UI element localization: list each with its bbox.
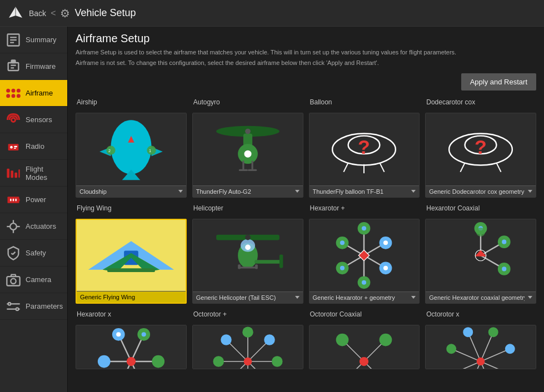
svg-rect-24	[18, 169, 19, 178]
svg-rect-60	[238, 169, 247, 171]
svg-line-72	[461, 163, 465, 172]
category-octorotorx-label: Octorotor x	[425, 309, 536, 319]
main-header: Airframe Setup Airframe Setup is used to…	[68, 27, 544, 73]
category-airship-label: Airship	[76, 97, 187, 107]
hexrotorplus-dropdown[interactable]: Generic Hexarotor + geometry	[310, 292, 420, 303]
airframe-card-hexrotorplus[interactable]: Generic Hexarotor + geometry	[309, 219, 420, 304]
svg-point-39	[8, 303, 11, 305]
svg-point-101	[340, 240, 345, 245]
sidebar-item-sensors[interactable]: Sensors	[0, 107, 67, 133]
category-hexrotorplus-label: Hexarotor +	[309, 203, 420, 213]
svg-rect-6	[8, 63, 19, 71]
svg-line-165	[481, 361, 510, 369]
dodeca-dropdown[interactable]: Generic Dodecarotor cox geometry	[426, 185, 536, 197]
category-helicopter-label: Helicopter	[192, 203, 303, 213]
safety-label: Safety	[26, 249, 46, 257]
airframe-card-flyingwing[interactable]: Generic Flying Wing	[76, 219, 187, 304]
sidebar: Summary Firmware	[0, 27, 68, 392]
svg-point-130	[152, 355, 164, 368]
svg-rect-61	[248, 169, 257, 171]
svg-line-166	[451, 361, 481, 369]
svg-point-171	[505, 344, 515, 354]
airframe-card-helicopter[interactable]: Generic Helicopter (Tail ESC)	[192, 219, 303, 304]
apply-bar: Apply and Restart	[68, 73, 544, 95]
parameters-label: Parameters	[26, 302, 63, 310]
category-octorotorplus-label: Octorotor +	[192, 309, 303, 319]
svg-point-143	[242, 326, 253, 338]
svg-line-67	[380, 163, 385, 172]
svg-rect-23	[14, 172, 17, 177]
sidebar-item-safety[interactable]: Safety	[0, 240, 67, 267]
svg-point-95	[362, 226, 366, 230]
sidebar-item-firmware[interactable]: Firmware	[0, 53, 67, 80]
svg-line-66	[344, 163, 348, 172]
airship-dropdown[interactable]: Cloudship	[76, 185, 186, 197]
svg-point-13	[6, 94, 10, 98]
airframe-card-octorotorcoax[interactable]	[309, 325, 420, 369]
category-autogyro-label: Autogyro	[192, 97, 303, 107]
svg-line-36	[13, 252, 16, 254]
power-icon	[6, 192, 21, 208]
svg-text:?: ?	[475, 136, 487, 158]
sidebar-item-radio[interactable]: Radio	[0, 133, 67, 160]
svg-text:2: 2	[108, 148, 111, 153]
svg-rect-59	[251, 160, 253, 169]
helicopter-dropdown[interactable]: Generic Helicopter (Tail ESC)	[193, 292, 303, 303]
camera-icon	[6, 272, 21, 288]
back-button[interactable]: Back	[29, 9, 46, 18]
svg-point-129	[116, 332, 121, 336]
body-wrap: Summary Firmware	[0, 27, 544, 392]
category-hexrotorx-label: Hexarotor x	[76, 309, 187, 319]
category-balloon-label: Balloon	[309, 97, 420, 107]
sidebar-item-power[interactable]: Power	[0, 187, 67, 213]
airframe-card-airship[interactable]: 2 1 Cloudship	[76, 113, 187, 198]
svg-point-103	[383, 265, 388, 270]
top-bar: Back < ⚙ Vehicle Setup	[0, 0, 544, 27]
svg-rect-28	[13, 198, 14, 201]
svg-point-50	[106, 145, 115, 154]
sidebar-item-camera[interactable]: Camera	[0, 267, 67, 293]
logo-icon	[7, 4, 24, 22]
airframe-card-balloon[interactable]: ? ThunderFly balloon TF-B1	[309, 113, 420, 198]
apply-restart-button[interactable]: Apply and Restart	[461, 73, 536, 91]
flyingwing-dropdown[interactable]: Generic Flying Wing	[77, 291, 186, 303]
svg-line-73	[497, 163, 501, 172]
sidebar-item-actuators[interactable]: Actuators	[0, 213, 67, 240]
actuators-icon	[6, 219, 21, 234]
radio-icon	[6, 139, 21, 154]
svg-point-51	[147, 145, 156, 154]
balloon-dropdown[interactable]: ThunderFly balloon TF-B1	[310, 185, 420, 197]
hexrotorcoax-dropdown[interactable]: Generic Hexarotor coaxial geometry	[426, 292, 536, 303]
hexrotorcoax-image	[426, 219, 536, 292]
safety-icon	[6, 245, 21, 261]
airframe-card-hexrotorx[interactable]	[76, 325, 187, 369]
flightmodes-icon	[6, 165, 21, 181]
svg-point-146	[213, 356, 224, 367]
summary-label: Summary	[26, 36, 57, 44]
flyingwing-image	[77, 220, 186, 291]
svg-text:?: ?	[358, 136, 370, 158]
airframe-card-hexrotorcoax[interactable]: Generic Hexarotor coaxial geometry	[425, 219, 536, 304]
category-hexrotorcoax-label: Hexarotor Coaxial	[425, 203, 536, 213]
airframe-card-octorotorx[interactable]	[425, 325, 536, 369]
svg-point-157	[336, 333, 349, 346]
svg-rect-77	[107, 268, 155, 272]
svg-point-62	[245, 128, 251, 134]
svg-rect-26	[18, 198, 19, 201]
airframe-label: Airframe	[26, 89, 53, 97]
airframe-card-autogyro[interactable]: ThunderFly Auto-G2	[192, 113, 303, 198]
airframe-card-dodeca[interactable]: ? Generic Dodecarotor cox geometry	[425, 113, 536, 198]
sidebar-item-summary[interactable]: Summary	[0, 27, 67, 53]
sidebar-item-parameters[interactable]: Parameters	[0, 293, 67, 320]
airframe-card-octorotorplus[interactable]	[192, 325, 303, 369]
svg-point-45	[111, 120, 151, 174]
svg-point-156	[380, 333, 392, 346]
autogyro-dropdown[interactable]: ThunderFly Auto-G2	[193, 185, 303, 197]
flightmodes-label: Flight Modes	[26, 165, 62, 182]
svg-rect-86	[255, 264, 258, 269]
page-title: Vehicle Setup	[74, 7, 136, 19]
radio-label: Radio	[26, 142, 44, 150]
sidebar-item-airframe[interactable]: Airframe	[0, 80, 67, 107]
sidebar-item-flightmodes[interactable]: Flight Modes	[0, 160, 67, 187]
svg-point-117	[502, 267, 506, 271]
